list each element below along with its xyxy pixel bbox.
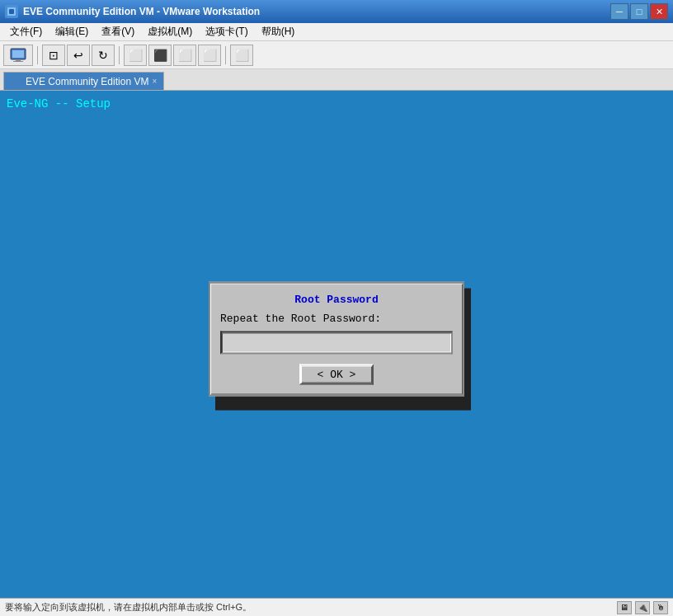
status-bar: 要将输入定向到该虚拟机，请在虚拟机内部单击或按 Ctrl+G。 🖥 🔌 🖱 xyxy=(0,598,673,616)
menu-file[interactable]: 文件(F) xyxy=(3,23,49,40)
minimize-button[interactable]: ─ xyxy=(610,3,628,20)
toolbar-snapshot-btn[interactable]: ⬜ xyxy=(173,45,196,66)
vm-terminal-header: Eve-NG -- Setup xyxy=(7,97,111,111)
status-message: 要将输入定向到该虚拟机，请在虚拟机内部单击或按 Ctrl+G。 xyxy=(5,601,252,614)
toolbar: ⊡ ↩ ↻ ⬜ ⬛ ⬜ ⬜ ⬜ xyxy=(0,41,673,69)
toolbar-refresh-btn[interactable]: ⊡ xyxy=(42,45,65,66)
dialog-prompt-label: Repeat the Root Password: xyxy=(220,312,453,324)
title-bar-left: EVE Community Edition VM - VMware Workst… xyxy=(5,5,260,18)
tab-bar: EVE Community Edition VM × xyxy=(0,69,673,91)
toolbar-vm-btn[interactable] xyxy=(3,45,33,66)
tab-label: EVE Community Edition VM xyxy=(26,76,148,87)
status-display-icon[interactable]: 🖥 xyxy=(617,601,632,614)
menu-tabs[interactable]: 选项卡(T) xyxy=(199,23,254,40)
status-network-icon[interactable]: 🔌 xyxy=(635,601,650,614)
window-title: EVE Community Edition VM - VMware Workst… xyxy=(23,6,260,17)
root-password-repeat-input[interactable] xyxy=(220,331,453,354)
tab-close-button[interactable]: × xyxy=(152,77,157,86)
menu-bar: 文件(F) 编辑(E) 查看(V) 虚拟机(M) 选项卡(T) 帮助(H) xyxy=(0,23,673,41)
toolbar-settings-btn[interactable]: ⬜ xyxy=(230,45,253,66)
menu-view[interactable]: 查看(V) xyxy=(95,23,141,40)
dialog-title: Root Password xyxy=(220,293,453,305)
toolbar-copy-btn[interactable]: ⬜ xyxy=(198,45,221,66)
root-password-dialog: Root Password Repeat the Root Password: … xyxy=(209,281,464,396)
dialog-ok-row: < OK > xyxy=(220,364,453,384)
tab-vm-icon xyxy=(11,76,22,87)
vm-tab[interactable]: EVE Community Edition VM × xyxy=(3,72,164,90)
vm-display-area[interactable]: Eve-NG -- Setup Root Password Repeat the… xyxy=(0,91,673,598)
ok-button-label: < OK > xyxy=(318,368,356,380)
toolbar-back-btn[interactable]: ↩ xyxy=(67,45,90,66)
dialog-container: Root Password Repeat the Root Password: … xyxy=(209,281,464,396)
svg-rect-2 xyxy=(9,9,14,14)
svg-rect-4 xyxy=(12,50,24,58)
toolbar-separator-1 xyxy=(37,46,38,64)
toolbar-separator-3 xyxy=(225,46,226,64)
close-button[interactable]: ✕ xyxy=(650,3,668,20)
status-mouse-icon[interactable]: 🖱 xyxy=(653,601,668,614)
title-bar: EVE Community Edition VM - VMware Workst… xyxy=(0,0,673,23)
toolbar-separator-2 xyxy=(119,46,120,64)
menu-edit[interactable]: 编辑(E) xyxy=(49,23,95,40)
maximize-button[interactable]: □ xyxy=(630,3,648,20)
menu-help[interactable]: 帮助(H) xyxy=(255,23,302,40)
status-icons: 🖥 🔌 🖱 xyxy=(617,601,668,614)
svg-rect-6 xyxy=(13,61,23,62)
vmware-icon xyxy=(5,5,18,18)
toolbar-fullscreen-btn[interactable]: ⬜ xyxy=(124,45,147,66)
menu-vm[interactable]: 虚拟机(M) xyxy=(141,23,199,40)
dialog-ok-button[interactable]: < OK > xyxy=(299,364,374,384)
toolbar-window-btn[interactable]: ⬛ xyxy=(148,45,172,66)
toolbar-forward-btn[interactable]: ↻ xyxy=(92,45,115,66)
window-controls: ─ □ ✕ xyxy=(610,3,668,20)
